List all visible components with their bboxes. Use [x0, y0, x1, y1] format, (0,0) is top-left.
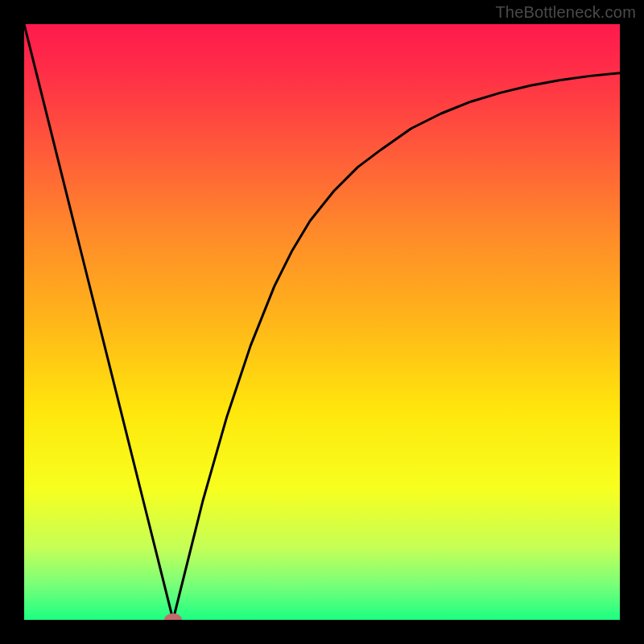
chart-frame: TheBottleneck.com: [0, 0, 644, 644]
plot-area: [24, 24, 620, 620]
watermark-text: TheBottleneck.com: [495, 3, 636, 22]
gradient-background: [24, 24, 620, 620]
chart-svg: [24, 24, 620, 620]
